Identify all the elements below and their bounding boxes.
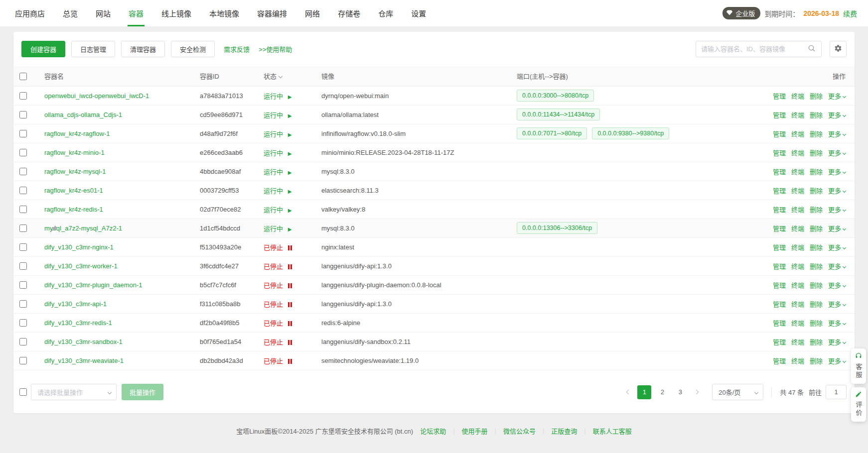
- footer-link[interactable]: 使用手册: [462, 426, 488, 436]
- footer-link[interactable]: 微信公众号: [503, 426, 536, 436]
- row-action-terminal[interactable]: 终端: [791, 301, 804, 308]
- row-action-delete[interactable]: 删除: [810, 357, 823, 365]
- row-action-more[interactable]: 更多: [828, 320, 846, 327]
- row-action-manage[interactable]: 管理: [773, 225, 786, 232]
- row-action-terminal[interactable]: 终端: [791, 320, 804, 327]
- nav-item-1[interactable]: 总览: [54, 0, 87, 26]
- row-action-terminal[interactable]: 终端: [791, 263, 804, 270]
- row-action-terminal[interactable]: 终端: [791, 357, 804, 365]
- row-checkbox[interactable]: [19, 206, 27, 213]
- renew-link[interactable]: 续费: [843, 8, 857, 18]
- nav-item-10[interactable]: 设置: [402, 0, 435, 26]
- row-action-terminal[interactable]: 终端: [791, 339, 804, 346]
- page-button-3[interactable]: 3: [673, 385, 687, 399]
- row-action-more[interactable]: 更多: [828, 263, 846, 270]
- next-page-button[interactable]: [689, 385, 703, 399]
- row-action-manage[interactable]: 管理: [773, 263, 786, 270]
- footer-link[interactable]: 正版查询: [551, 426, 577, 436]
- row-checkbox[interactable]: [19, 262, 27, 270]
- row-action-manage[interactable]: 管理: [773, 320, 786, 327]
- clean-container-button[interactable]: 清理容器: [121, 41, 165, 57]
- row-action-terminal[interactable]: 终端: [791, 149, 804, 157]
- row-checkbox[interactable]: [19, 357, 27, 364]
- row-action-manage[interactable]: 管理: [773, 282, 786, 289]
- row-checkbox[interactable]: [19, 319, 27, 327]
- row-action-more[interactable]: 更多: [828, 225, 846, 232]
- row-checkbox[interactable]: [19, 281, 27, 289]
- row-checkbox[interactable]: [19, 92, 27, 100]
- nav-item-6[interactable]: 容器编排: [248, 0, 296, 26]
- row-action-manage[interactable]: 管理: [773, 187, 786, 195]
- row-checkbox[interactable]: [19, 243, 27, 251]
- row-checkbox[interactable]: [19, 130, 27, 137]
- container-name-link[interactable]: dify_v130_c3mr-worker-1: [44, 262, 118, 270]
- container-name-link[interactable]: dify_v130_c3mr-api-1: [44, 300, 107, 308]
- row-action-manage[interactable]: 管理: [773, 206, 786, 214]
- row-action-delete[interactable]: 删除: [810, 282, 823, 289]
- row-action-more[interactable]: 更多: [828, 339, 846, 346]
- row-action-more[interactable]: 更多: [828, 93, 846, 100]
- row-action-manage[interactable]: 管理: [773, 168, 786, 176]
- row-action-more[interactable]: 更多: [828, 244, 846, 251]
- row-action-delete[interactable]: 删除: [810, 149, 823, 157]
- row-action-delete[interactable]: 删除: [810, 130, 823, 138]
- row-action-manage[interactable]: 管理: [773, 149, 786, 157]
- nav-item-5[interactable]: 本地镜像: [200, 0, 248, 26]
- batch-operation-select[interactable]: 请选择批量操作: [31, 384, 117, 400]
- row-checkbox[interactable]: [19, 187, 27, 194]
- row-action-more[interactable]: 更多: [828, 130, 846, 138]
- row-action-delete[interactable]: 删除: [810, 225, 823, 232]
- prev-page-button[interactable]: [621, 385, 635, 399]
- row-action-delete[interactable]: 删除: [810, 187, 823, 195]
- footer-link[interactable]: 联系人工客服: [593, 426, 632, 436]
- search-button[interactable]: [802, 41, 821, 57]
- row-action-manage[interactable]: 管理: [773, 357, 786, 365]
- container-name-link[interactable]: dify_v130_c3mr-weaviate-1: [44, 357, 124, 364]
- batch-operation-button[interactable]: 批量操作: [122, 384, 163, 400]
- row-action-manage[interactable]: 管理: [773, 301, 786, 308]
- security-check-button[interactable]: 安全检测: [171, 41, 215, 57]
- page-button-2[interactable]: 2: [655, 385, 669, 399]
- row-action-manage[interactable]: 管理: [773, 339, 786, 346]
- row-action-more[interactable]: 更多: [828, 149, 846, 157]
- nav-item-8[interactable]: 存储卷: [329, 0, 369, 26]
- container-name-link[interactable]: dify_v130_c3mr-sandbox-1: [44, 338, 123, 345]
- container-name-link[interactable]: dify_v130_c3mr-plugin_daemon-1: [44, 281, 143, 289]
- row-action-terminal[interactable]: 终端: [791, 244, 804, 251]
- rate-widget[interactable]: 评价: [851, 387, 866, 422]
- select-all-bottom-checkbox[interactable]: [19, 388, 27, 396]
- container-name-link[interactable]: dify_v130_c3mr-web-1: [44, 376, 110, 376]
- row-action-more[interactable]: 更多: [828, 187, 846, 195]
- container-name-link[interactable]: dify_v130_c3mr-redis-1: [44, 319, 112, 327]
- container-name-link[interactable]: ragflow_kr4z-ragflow-1: [44, 130, 110, 137]
- container-name-link[interactable]: ragflow_kr4z-es01-1: [44, 187, 103, 194]
- goto-page-input[interactable]: [826, 385, 847, 399]
- page-size-select[interactable]: 20条/页: [712, 384, 763, 400]
- feedback-link[interactable]: 需求反馈: [224, 44, 250, 54]
- row-action-delete[interactable]: 删除: [810, 206, 823, 214]
- row-action-delete[interactable]: 删除: [810, 112, 823, 119]
- nav-item-0[interactable]: 应用商店: [6, 0, 54, 26]
- usage-help-link[interactable]: >>使用帮助: [259, 44, 292, 54]
- container-name-link[interactable]: ragflow_kr4z-mysql-1: [44, 168, 106, 175]
- row-action-more[interactable]: 更多: [828, 168, 846, 176]
- row-action-terminal[interactable]: 终端: [791, 130, 804, 138]
- row-action-manage[interactable]: 管理: [773, 244, 786, 251]
- row-action-manage[interactable]: 管理: [773, 93, 786, 100]
- row-checkbox[interactable]: [19, 225, 27, 232]
- row-action-delete[interactable]: 删除: [810, 93, 823, 100]
- row-action-more[interactable]: 更多: [828, 206, 846, 214]
- row-checkbox[interactable]: [19, 149, 27, 156]
- row-action-more[interactable]: 更多: [828, 282, 846, 289]
- row-action-terminal[interactable]: 终端: [791, 93, 804, 100]
- settings-button[interactable]: [830, 41, 847, 57]
- row-action-terminal[interactable]: 终端: [791, 112, 804, 119]
- footer-link[interactable]: 论坛求助: [420, 426, 446, 436]
- row-action-more[interactable]: 更多: [828, 301, 846, 308]
- row-action-delete[interactable]: 删除: [810, 168, 823, 176]
- container-name-link[interactable]: ragflow_kr4z-redis-1: [44, 206, 103, 213]
- search-input[interactable]: [696, 45, 802, 53]
- row-action-delete[interactable]: 删除: [810, 301, 823, 308]
- column-header-status[interactable]: 状态: [259, 66, 316, 86]
- container-name-link[interactable]: dify_v130_c3mr-nginx-1: [44, 243, 114, 251]
